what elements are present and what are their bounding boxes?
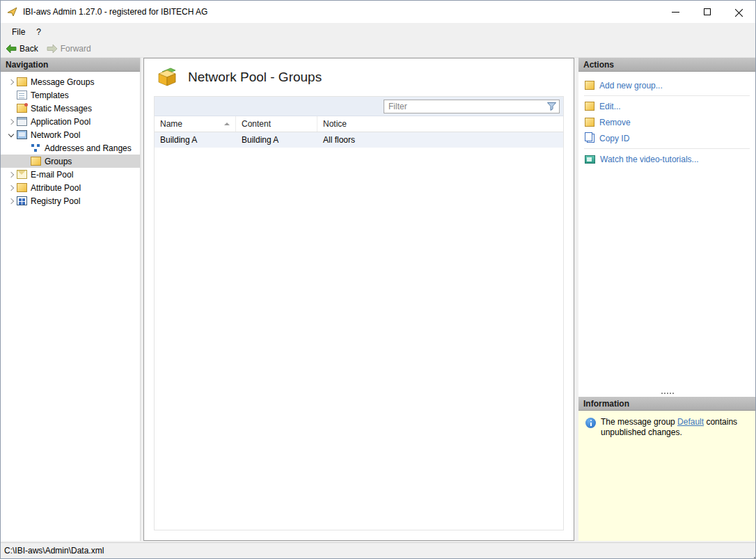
- maximize-icon: [704, 8, 711, 15]
- minimize-button[interactable]: [659, 1, 691, 23]
- navigation-tree: Message Groups Templates Static Messages…: [1, 72, 140, 207]
- table-header: Name Content Notice: [155, 116, 563, 132]
- tree-item-message-groups[interactable]: Message Groups: [1, 75, 140, 88]
- filter-band: [155, 97, 563, 116]
- tree-item-label: Attribute Pool: [31, 183, 81, 193]
- actions-panel: Add new group... Edit... Remove Copy ID: [578, 72, 755, 397]
- add-group-icon: [585, 81, 594, 90]
- title-bar: IBI-aws Admin 1.27.0 - registered for IB…: [1, 1, 755, 23]
- workspace: Navigation Message Groups Templates Stat…: [1, 58, 755, 542]
- column-header-notice[interactable]: Notice: [317, 116, 563, 132]
- actions-separator: [584, 95, 750, 96]
- application-pool-icon: [17, 117, 27, 126]
- action-label: Copy ID: [599, 134, 629, 143]
- information-text: The message group Default contains unpub…: [601, 417, 748, 438]
- tree-item-label: Registry Pool: [31, 196, 80, 206]
- window-controls: [659, 1, 755, 23]
- filter-input[interactable]: [384, 100, 560, 113]
- app-window: IBI-aws Admin 1.27.0 - registered for IB…: [0, 0, 756, 559]
- right-panel: Actions Add new group... Edit... Remove: [578, 58, 755, 541]
- back-button[interactable]: Back: [6, 44, 38, 54]
- resize-grip[interactable]: [751, 554, 753, 556]
- menu-help[interactable]: ?: [31, 25, 47, 39]
- main-content-panel: Network Pool - Groups Name: [143, 58, 574, 541]
- tree-item-label: Addresses and Ranges: [45, 143, 132, 153]
- tree-item-attribute-pool[interactable]: Attribute Pool: [1, 181, 140, 194]
- edit-group-icon: [585, 102, 594, 111]
- maximize-button[interactable]: [691, 1, 723, 23]
- tree-item-templates[interactable]: Templates: [1, 88, 140, 102]
- splitter-grip[interactable]: [667, 393, 668, 394]
- addresses-and-ranges-icon: [31, 143, 41, 152]
- network-pool-groups-icon: [155, 68, 179, 87]
- static-messages-icon: [17, 104, 27, 113]
- tree-item-network-pool[interactable]: Network Pool: [1, 128, 140, 141]
- page-header: Network Pool - Groups: [144, 58, 574, 96]
- tree-item-application-pool[interactable]: Application Pool: [1, 115, 140, 128]
- menu-file[interactable]: File: [6, 25, 31, 39]
- templates-icon: [17, 90, 27, 100]
- attribute-pool-icon: [17, 183, 27, 192]
- chevron-right-icon[interactable]: [6, 170, 16, 180]
- tool-bar: Back Forward: [1, 40, 755, 58]
- column-header-name[interactable]: Name: [155, 116, 236, 132]
- tree-item-label: E-mail Pool: [31, 170, 73, 180]
- tree-item-registry-pool[interactable]: Registry Pool: [1, 194, 140, 207]
- tree-item-label: Application Pool: [31, 117, 90, 127]
- filter-box: [384, 100, 560, 113]
- column-label: Notice: [323, 119, 347, 129]
- tree-item-static-messages[interactable]: Static Messages: [1, 102, 140, 115]
- info-text-before: The message group: [601, 417, 677, 427]
- action-remove[interactable]: Remove: [578, 114, 755, 130]
- filter-funnel-icon[interactable]: [547, 102, 556, 111]
- navigation-header: Navigation: [1, 58, 140, 72]
- network-pool-icon: [17, 130, 27, 139]
- email-pool-icon: [17, 170, 27, 179]
- minimize-icon: [672, 12, 679, 13]
- column-header-content[interactable]: Content: [236, 116, 317, 132]
- close-button[interactable]: [723, 1, 755, 23]
- forward-button[interactable]: Forward: [47, 44, 91, 54]
- forward-label: Forward: [61, 44, 91, 54]
- action-add-new-group[interactable]: Add new group...: [578, 77, 755, 93]
- default-group-link[interactable]: Default: [677, 417, 704, 427]
- sort-ascending-icon: [224, 123, 230, 125]
- chevron-right-icon[interactable]: [6, 183, 16, 193]
- tree-item-groups[interactable]: Groups: [1, 155, 140, 168]
- remove-group-icon: [585, 118, 594, 127]
- tree-item-label: Groups: [45, 157, 72, 166]
- groups-icon: [31, 157, 41, 166]
- chevron-right-icon[interactable]: [6, 117, 16, 127]
- expander-spacer: [20, 143, 30, 153]
- actions-separator: [584, 148, 750, 149]
- information-header: Information: [578, 397, 755, 411]
- chevron-right-icon[interactable]: [6, 196, 16, 206]
- expander-spacer: [20, 157, 30, 166]
- actions-header: Actions: [578, 58, 755, 72]
- column-label: Content: [242, 119, 271, 129]
- column-label: Name: [160, 119, 182, 129]
- tree-item-label: Message Groups: [31, 77, 94, 87]
- action-label: Remove: [599, 118, 631, 127]
- action-copy-id[interactable]: Copy ID: [578, 130, 755, 146]
- tree-item-addresses-and-ranges[interactable]: Addresses and Ranges: [1, 141, 140, 155]
- forward-arrow-icon: [47, 44, 58, 54]
- back-label: Back: [19, 44, 38, 54]
- close-icon: [735, 8, 743, 16]
- information-panel: The message group Default contains unpub…: [578, 411, 755, 541]
- chevron-down-icon[interactable]: [6, 130, 16, 140]
- cell-notice: All floors: [317, 135, 563, 145]
- copy-id-icon: [587, 134, 594, 143]
- table-row[interactable]: Building A Building A All floors: [155, 132, 563, 148]
- cell-content: Building A: [236, 135, 317, 145]
- action-watch-video-tutorials[interactable]: Watch the video-tutorials...: [578, 151, 755, 167]
- registry-pool-icon: [17, 196, 27, 205]
- tree-item-email-pool[interactable]: E-mail Pool: [1, 168, 140, 181]
- status-bar: C:\IBI-aws\Admin\Data.xml: [1, 542, 755, 558]
- expander-spacer: [6, 104, 16, 113]
- app-icon: [7, 6, 18, 17]
- navigation-panel: Navigation Message Groups Templates Stat…: [1, 58, 141, 541]
- action-edit[interactable]: Edit...: [578, 98, 755, 114]
- chevron-right-icon[interactable]: [6, 77, 16, 87]
- tree-item-label: Templates: [31, 90, 69, 100]
